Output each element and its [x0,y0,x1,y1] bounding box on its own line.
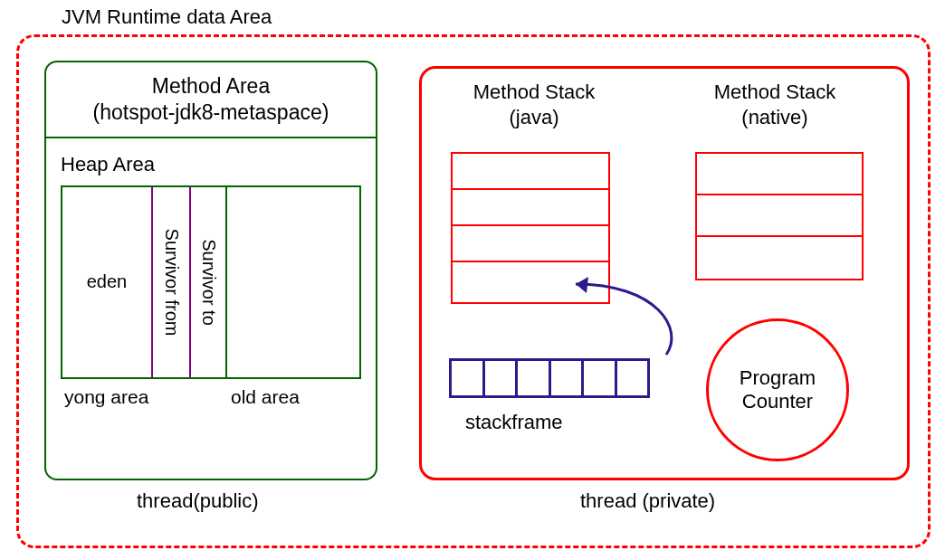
pc-line2: Counter [740,390,816,413]
thread-private-box: Method Stack (java) Method Stack (native… [419,66,910,480]
diagram-title: JVM Runtime data Area [62,5,272,29]
java-stack-box [451,152,610,304]
thread-public-box: Method Area (hotspot-jdk8-metaspace) Hea… [44,61,377,480]
runtime-data-area-box: Method Area (hotspot-jdk8-metaspace) Hea… [16,34,931,548]
method-stack-native-label: Method Stack (native) [684,80,865,129]
java-stack-frame [453,226,608,262]
java-stack-frame [453,154,608,190]
survivor-from-cell: Survivor from [151,187,191,377]
stackframe-cell [584,361,617,395]
native-stack-frame [697,154,862,195]
native-stack-frame [697,195,862,237]
ms-native-line2: (native) [684,105,865,130]
eden-cell: eden [62,187,151,377]
stackframe-cell [485,361,519,395]
method-stack-java-label: Method Stack (java) [444,80,625,129]
thread-private-caption: thread (private) [580,489,715,513]
method-area-subtitle: (hotspot-jdk8-metaspace) [46,100,376,126]
stackframe-label: stackframe [465,411,563,434]
heap-area-labels: yong area old area [46,379,376,408]
stackframe-cell [452,361,485,395]
ms-java-line2: (java) [444,105,625,130]
method-area-title: Method Area [46,73,376,100]
method-area: Method Area (hotspot-jdk8-metaspace) [46,62,376,126]
stackframe-cell [617,361,648,395]
survivor-to-cell: Survivor to [191,187,227,377]
stackframe-cell [551,361,585,395]
survivor-from-label: Survivor from [161,228,182,336]
pc-line1: Program [740,366,816,390]
heap-area-label: Heap Area [46,138,376,185]
old-area-label: old area [222,386,361,408]
thread-public-caption: thread(public) [137,489,259,513]
native-stack-box [695,152,864,280]
program-counter-circle: Program Counter [706,318,849,461]
java-stack-frame [453,190,608,226]
stackframe-cell [518,361,551,395]
stackframe-cells [449,358,650,398]
heap-box: eden Survivor from Survivor to [61,185,361,379]
survivor-to-label: Survivor to [198,239,219,326]
ms-native-line1: Method Stack [684,80,865,105]
yong-area-label: yong area [61,386,222,408]
ms-java-line1: Method Stack [444,80,625,105]
